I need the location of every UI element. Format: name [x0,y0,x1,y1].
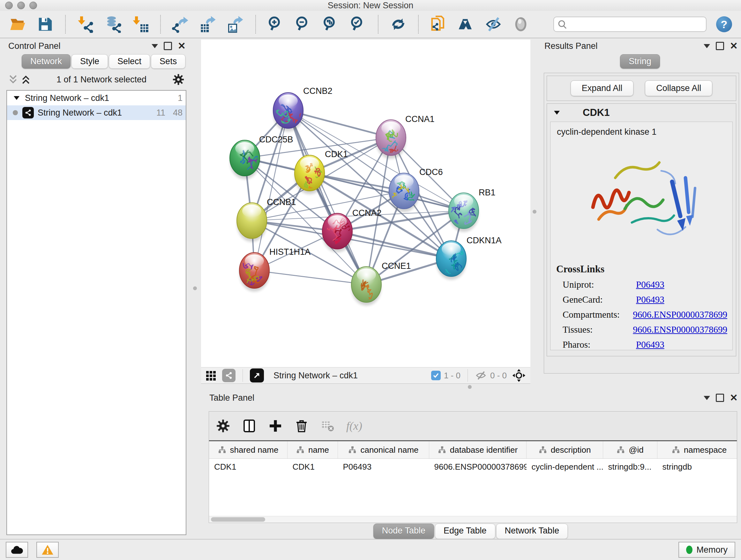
crosslink-link[interactable]: 9606.ENSP00000378699 [633,309,727,320]
find-binoculars-icon[interactable] [457,15,475,33]
node-label-CDKN1A: CDKN1A [467,236,502,245]
table-options-gear-icon[interactable] [215,418,231,434]
selection-status-text: 1 of 1 Network selected [30,75,172,84]
import-network-from-file-icon[interactable] [77,15,94,33]
panel-float-icon[interactable] [716,42,724,50]
column-header-description[interactable]: description [527,441,603,459]
show-all-icon[interactable] [512,15,530,33]
save-session-icon[interactable] [37,15,54,33]
collapse-all-button[interactable]: Collapse All [645,80,712,96]
export-image-icon[interactable] [226,15,245,33]
control-panel: Control Panel ✕ NetworkStyleSelectSets 1… [4,40,189,535]
results-sections: CDK1 cyclin-dependent kinase 1 [547,104,736,356]
export-table-icon[interactable] [199,15,217,33]
panel-close-icon[interactable]: ✕ [730,41,738,51]
import-network-from-database-icon[interactable] [104,15,122,33]
table-horizontal-scrollbar [209,516,737,523]
tab-string[interactable]: String [620,54,660,69]
pan-crosshair-icon[interactable] [512,368,526,382]
delete-column-trash-icon[interactable] [294,418,309,434]
vertical-splitter-handle[interactable] [533,210,536,213]
table-row[interactable]: CDK1CDK1P064939606.ENSP00000378699cyclin… [209,459,737,475]
warnings-button[interactable] [37,542,59,558]
panel-menu-icon[interactable] [704,396,710,400]
string-network-badge-icon[interactable] [222,369,235,382]
network-options-gear-icon[interactable] [172,73,185,85]
node-label-CDC25B: CDC25B [259,135,293,144]
cloud-status-button[interactable] [6,542,28,558]
column-header-namespace[interactable]: namespace [657,441,737,459]
panel-close-icon[interactable]: ✕ [730,393,738,402]
export-network-icon[interactable] [172,15,190,33]
vertical-splitter-handle[interactable] [193,287,197,290]
section-expander-icon[interactable] [553,110,560,115]
column-header-@id[interactable]: @id [603,441,657,459]
crosslink-link[interactable]: 9606.ENSP00000378699 [633,324,727,335]
crosslink-link[interactable]: P06493 [636,339,664,350]
network-label: String Network – cdk1 [38,108,122,118]
open-file-icon[interactable] [9,15,27,33]
panel-float-icon[interactable] [716,394,724,402]
zoom-in-icon[interactable] [267,15,285,33]
panel-close-icon[interactable]: ✕ [178,41,186,51]
network-tree: String Network – cdk1 1 String Network –… [6,90,186,535]
network-canvas[interactable]: CCNB2CCNA1CDC25BCDK1CDC6RB1CCNB1CCNA2CDK… [201,40,530,367]
node-table: shared namenamecanonical namedatabase id… [209,440,737,516]
tab-node-table[interactable]: Node Table [374,523,434,539]
scrollbar-thumb[interactable] [211,517,265,522]
collapse-all-icon[interactable] [8,74,18,85]
crosslink-label: Pharos: [562,339,636,350]
new-network-from-selection-icon[interactable] [429,15,448,33]
panel-menu-icon[interactable] [704,44,710,48]
network-edge[interactable] [254,270,366,285]
tab-sets[interactable]: Sets [151,54,185,69]
crosslinks-heading: CrossLinks [556,263,727,275]
apply-layout-icon[interactable] [389,15,407,33]
selected-checkbox-icon[interactable] [431,371,441,380]
table-cell: cyclin-dependent ... [527,459,603,475]
protein-description: cyclin-dependent kinase 1 [557,127,727,137]
zoom-out-icon[interactable] [294,15,312,33]
tab-style[interactable]: Style [71,54,108,69]
selected-counts: 1 - 0 [444,371,461,381]
zoom-selected-icon[interactable] [349,15,367,33]
tab-network-table[interactable]: Network Table [496,523,568,539]
panel-float-icon[interactable] [164,42,172,50]
control-panel-tabs: NetworkStyleSelectSets [22,54,189,69]
hide-selected-icon[interactable] [484,15,502,33]
network-row[interactable]: String Network – cdk1 11 48 [7,105,186,120]
search-input[interactable] [553,17,706,32]
import-table-from-file-icon[interactable] [131,15,149,33]
table-panel: Table Panel ✕ [201,391,741,539]
column-header-canonical-name[interactable]: canonical name [338,441,429,459]
crosslink-link[interactable]: P06493 [636,294,664,305]
panel-menu-icon[interactable] [151,44,158,48]
hidden-counts: 0 - 0 [490,371,507,381]
tree-expander-icon[interactable] [13,96,20,101]
zoom-fit-icon[interactable] [322,15,340,33]
horizontal-splitter-handle[interactable] [468,385,472,389]
crosslink-link[interactable]: P06493 [636,279,664,290]
protein-section-header[interactable]: CDK1 [547,104,736,122]
network-collection-row[interactable]: String Network – cdk1 1 [7,91,186,105]
tab-network[interactable]: Network [22,54,71,69]
expand-all-button[interactable]: Expand All [570,80,634,96]
tab-select[interactable]: Select [109,54,150,69]
tab-edge-table[interactable]: Edge Table [435,523,495,539]
column-header-shared-name[interactable]: shared name [209,441,287,459]
add-column-icon[interactable] [268,418,283,434]
protein-section-body: cyclin-dependent kinase 1 [550,122,733,350]
help-button[interactable]: ? [716,16,732,32]
birds-eye-view-icon[interactable] [205,370,217,381]
expand-all-icon[interactable] [21,74,30,85]
open-in-new-window-icon[interactable] [250,368,264,382]
show-columns-icon[interactable] [242,418,257,434]
network-edge[interactable] [288,111,366,285]
collection-count: 1 [178,93,183,103]
memory-button[interactable]: Memory [678,542,735,558]
column-header-name[interactable]: name [287,441,338,459]
network-edge[interactable] [337,231,451,259]
results-actions: Expand All Collapse All [547,76,736,101]
crosslink-row: Tissues:9606.ENSP00000378699 [562,324,727,335]
column-header-database-identifier[interactable]: database identifier [429,441,527,459]
